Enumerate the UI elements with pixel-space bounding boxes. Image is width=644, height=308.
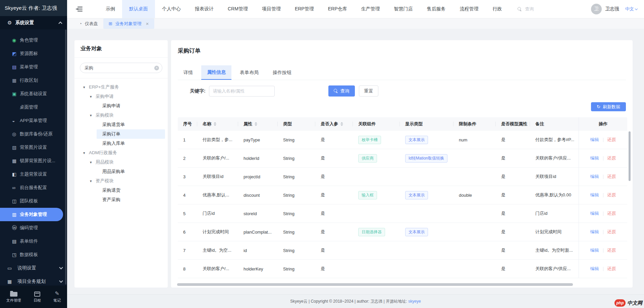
restore-link[interactable]: 还原 <box>607 266 616 272</box>
tree-item[interactable]: 采购入库单 <box>97 139 165 148</box>
file-manage-item[interactable]: 文件管理 <box>6 291 21 303</box>
sidebar-item[interactable]: ◫团队模板 <box>0 194 67 208</box>
avatar[interactable]: 卫 <box>591 4 602 14</box>
tree-item[interactable]: 采购订单 <box>97 129 165 139</box>
sidebar-item[interactable]: ◳数据模板 <box>0 248 67 261</box>
horizontal-scrollbar[interactable] <box>177 283 573 286</box>
nav-item-12[interactable]: 流程管理 <box>452 0 485 18</box>
sidebar-item[interactable]: ◩资源图标 <box>0 47 67 60</box>
sidebar-item[interactable]: Ⓦ编码管理 <box>0 221 67 235</box>
restore-link[interactable]: 还原 <box>607 137 616 143</box>
nav-item-10[interactable]: 智慧门店 <box>387 0 420 18</box>
nav-item-3[interactable]: 个人中心 <box>155 0 188 18</box>
tree-item[interactable]: 用品采购单 <box>97 167 165 176</box>
restore-link[interactable]: 还原 <box>607 210 616 217</box>
nav-item-5[interactable]: CRM管理 <box>221 0 255 18</box>
restore-link[interactable]: 还原 <box>607 155 616 161</box>
tree-item[interactable]: ▾资产模块 <box>90 176 165 186</box>
column-header-5[interactable]: 是否入参 <box>315 117 353 131</box>
topnav-search[interactable]: 查询 <box>518 6 534 12</box>
sort-icon[interactable] <box>255 121 257 127</box>
sidebar-item[interactable]: ▩锁屏背景图片设... <box>0 154 67 168</box>
restore-link[interactable]: 还原 <box>607 247 616 253</box>
nav-item-7[interactable]: ERP管理 <box>288 0 321 18</box>
sidebar-item[interactable]: ▦项目业务规划 <box>0 275 67 286</box>
edit-link[interactable]: 编辑 <box>590 247 599 253</box>
column-header-2[interactable]: 名称 <box>197 117 238 131</box>
cell-display-type: Id转Mation取值转换 <box>400 154 453 163</box>
nav-item-13[interactable]: 行政 <box>485 0 509 18</box>
page-tab-2[interactable]: ⊞业务对象管理× <box>103 18 154 29</box>
restore-link[interactable]: 还原 <box>607 192 616 198</box>
sidebar-item[interactable]: ∞前台服务配置 <box>0 181 67 194</box>
tree-item[interactable]: ▾用品模块 <box>90 158 165 167</box>
tree-item[interactable]: ▾采购模块 <box>90 111 165 120</box>
edit-link[interactable]: 编辑 <box>590 174 599 180</box>
sidebar-item[interactable]: ◧主题背景设置 <box>0 168 67 181</box>
opensource-link[interactable]: skyeye <box>408 299 421 304</box>
tree-item[interactable]: 采购退货 <box>97 186 165 195</box>
edit-link[interactable]: 编辑 <box>590 155 599 161</box>
tree-search-input[interactable] <box>85 65 154 70</box>
reset-button[interactable]: 重置 <box>359 85 378 97</box>
restore-link[interactable]: 还原 <box>607 174 616 180</box>
nav-item-6[interactable]: 项目管理 <box>255 0 288 18</box>
collapse-sidebar-icon[interactable] <box>76 7 83 11</box>
close-icon[interactable]: × <box>146 21 149 26</box>
sidebar-item[interactable]: ◉角色管理 <box>0 34 67 47</box>
tab-4[interactable]: 操作按钮 <box>267 65 297 80</box>
clear-icon[interactable]: × <box>154 66 159 70</box>
sidebar-item[interactable]: ▣系统基础设置 <box>0 87 67 101</box>
sidebar-scrollbar[interactable] <box>65 29 66 285</box>
tree-item[interactable]: ▾采购申请 <box>90 92 165 101</box>
notes-item[interactable]: ✎笔记 <box>53 291 61 303</box>
column-header-3[interactable]: 属性 <box>238 117 278 131</box>
tab-2[interactable]: 属性信息 <box>201 65 231 80</box>
caret-down-icon[interactable]: ▾ <box>83 151 89 155</box>
sidebar-item[interactable]: ▥业务对象管理 <box>0 208 63 221</box>
sidebar-item[interactable]: ▤表单组件 <box>0 235 67 248</box>
tree-item[interactable]: 采购申请 <box>97 101 165 111</box>
tree-item[interactable]: 采购退货单 <box>97 120 165 129</box>
page-tab-1[interactable]: ◔仪表盘 <box>74 18 103 29</box>
nav-item-2[interactable]: 默认桌面 <box>122 0 155 18</box>
edit-link[interactable]: 编辑 <box>590 266 599 272</box>
language-switcher[interactable]: 中文 <box>625 6 637 12</box>
nav-item-9[interactable]: 生产管理 <box>354 0 387 18</box>
tree-item[interactable]: ▾ADM行政服务 <box>83 148 165 158</box>
sort-icon[interactable] <box>340 121 343 127</box>
search-button[interactable]: 查询 <box>328 85 355 97</box>
caret-down-icon[interactable]: ▾ <box>90 179 96 183</box>
sidebar-item[interactable]: ▭说明设置 <box>0 261 67 275</box>
sort-icon[interactable] <box>214 121 216 127</box>
sidebar-item[interactable]: ◎数据库备份/还原 <box>0 127 67 141</box>
sidebar-section-system-settings[interactable]: ⚙ 系统设置 <box>0 16 67 29</box>
nav-item-4[interactable]: 报表设计 <box>188 0 221 18</box>
sidebar-item[interactable]: ▦行政区划 <box>0 74 67 87</box>
tab-1[interactable]: 详情 <box>178 65 199 80</box>
nav-item-8[interactable]: ERP仓库 <box>321 0 354 18</box>
user-name[interactable]: 卫志强 <box>605 6 619 12</box>
sidebar-item[interactable]: ◒APP菜单管理 <box>0 114 67 127</box>
vertical-scrollbar[interactable] <box>629 131 631 181</box>
edit-link[interactable]: 编辑 <box>590 192 599 198</box>
caret-down-icon[interactable]: ▾ <box>83 85 89 89</box>
tree-item[interactable]: ▾ERP+生产服务 <box>83 82 165 92</box>
caret-down-icon[interactable]: ▾ <box>90 95 96 99</box>
restore-link[interactable]: 还原 <box>607 229 616 235</box>
edit-link[interactable]: 编辑 <box>590 137 599 143</box>
tree-item[interactable]: 资产采购 <box>97 195 165 204</box>
schedule-item[interactable]: 日程 <box>34 291 41 303</box>
sidebar-item[interactable]: ▤菜单管理 <box>0 60 67 74</box>
nav-item-1[interactable]: 示例 <box>99 0 122 18</box>
edit-link[interactable]: 编辑 <box>590 210 599 217</box>
keyword-input[interactable] <box>209 86 275 97</box>
caret-down-icon[interactable]: ▾ <box>90 113 96 118</box>
sidebar-item[interactable]: 桌面管理 <box>0 101 67 114</box>
tab-3[interactable]: 表单布局 <box>234 65 264 80</box>
caret-down-icon[interactable]: ▾ <box>90 160 96 165</box>
sidebar-item[interactable]: ▧背景图片设置 <box>0 141 67 154</box>
refresh-data-button[interactable]: ↻ 刷新数据 <box>591 102 626 111</box>
edit-link[interactable]: 编辑 <box>590 229 599 235</box>
nav-item-11[interactable]: 售后服务 <box>420 0 452 18</box>
